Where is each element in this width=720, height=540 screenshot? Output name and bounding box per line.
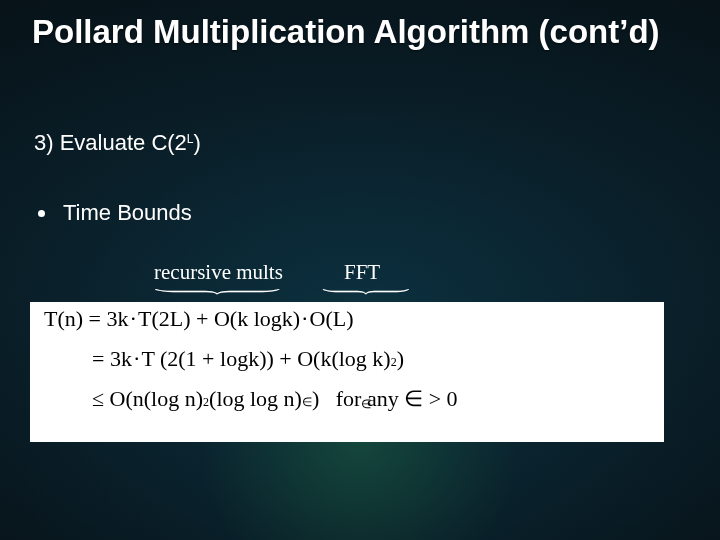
math-l1-dot1: · bbox=[129, 308, 139, 330]
step-3-prefix: 3) Evaluate C(2 bbox=[34, 130, 187, 155]
step-3: 3) Evaluate C(2L) bbox=[34, 130, 201, 156]
math-l3-forany: for any ∈ > 0 bbox=[319, 388, 457, 410]
step-3-suffix: ) bbox=[194, 130, 201, 155]
math-l1-tail: O(L) bbox=[310, 308, 354, 330]
math-epsilon-overlay: ∈ bbox=[361, 397, 371, 412]
math-l3-mid: (log log n) bbox=[209, 388, 302, 410]
math-line-3: ≤ O(n(log n)2(log log n)∈) for any ∈ > 0 bbox=[44, 388, 650, 410]
slide-title: Pollard Multiplication Algorithm (cont’d… bbox=[32, 14, 688, 51]
math-l2-a: T (2(1 + logk)) + O(k(log k) bbox=[141, 348, 390, 370]
math-l1-mid: T(2L) + O(k logk) bbox=[138, 308, 300, 330]
math-l2-eq: = 3k bbox=[92, 348, 132, 370]
step-3-superscript: L bbox=[187, 132, 194, 146]
bullet-time-bounds: Time Bounds bbox=[38, 200, 192, 226]
math-l1-dot2: · bbox=[300, 308, 310, 330]
math-line-2: = 3k·T (2(1 + logk)) + O(k(log k)2) bbox=[44, 348, 650, 370]
math-l2-b: ) bbox=[397, 348, 404, 370]
bullet-label: Time Bounds bbox=[63, 200, 192, 226]
math-l1-lhs: T(n) = 3k bbox=[44, 308, 129, 330]
math-panel: T(n) = 3k·T(2L) + O(k logk)·O(L) = 3k·T … bbox=[30, 302, 664, 442]
math-l2-dot: · bbox=[132, 348, 142, 370]
math-l3-close: ) bbox=[312, 388, 319, 410]
math-l3-expE: ∈ bbox=[302, 396, 312, 408]
slide: Pollard Multiplication Algorithm (cont’d… bbox=[0, 0, 720, 540]
math-line-1: T(n) = 3k·T(2L) + O(k logk)·O(L) bbox=[44, 308, 650, 330]
bullet-dot-icon bbox=[38, 210, 45, 217]
math-l3-le: ≤ O(n(log n) bbox=[92, 388, 203, 410]
